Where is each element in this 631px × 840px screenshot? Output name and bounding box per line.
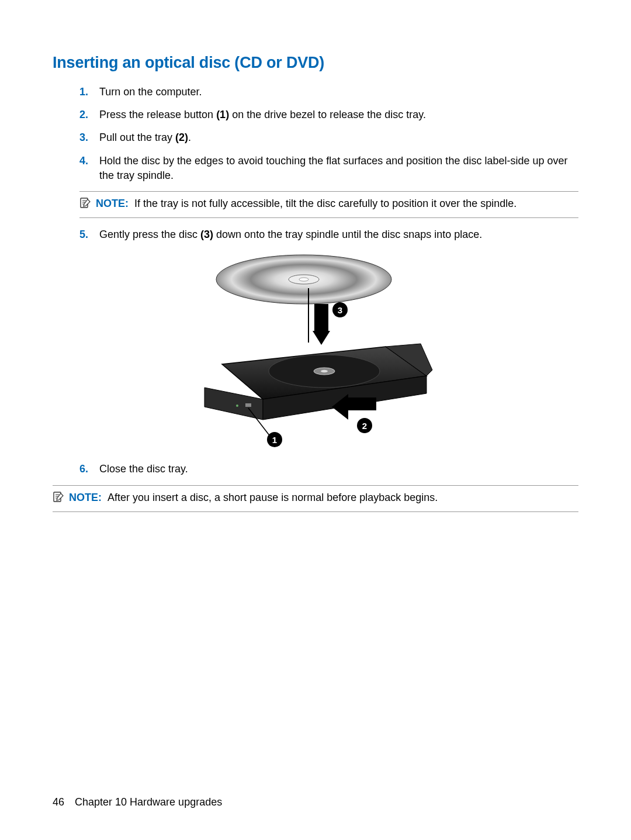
optical-drive-illustration: 3 2 1 bbox=[53, 250, 578, 449]
disc-icon bbox=[216, 255, 391, 304]
note-block-2: NOTE:After you insert a disc, a short pa… bbox=[53, 485, 578, 512]
step-text: Hold the disc by the edges to avoid touc… bbox=[99, 154, 578, 183]
step-number: 4. bbox=[79, 154, 99, 168]
text: down onto the tray spindle until the dis… bbox=[213, 229, 482, 240]
section-heading: Inserting an optical disc (CD or DVD) bbox=[53, 54, 578, 72]
callout-2: 2 bbox=[357, 418, 372, 433]
step-text: Gently press the disc (3) down onto the … bbox=[99, 227, 578, 242]
steps-list-cont: 5. Gently press the disc (3) down onto t… bbox=[53, 227, 578, 242]
text: . bbox=[188, 132, 191, 143]
step-4: 4. Hold the disc by the edges to avoid t… bbox=[79, 154, 578, 183]
step-1: 1. Turn on the computer. bbox=[79, 85, 578, 99]
step-number: 6. bbox=[79, 462, 99, 476]
chapter-label: Chapter 10 Hardware upgrades bbox=[75, 796, 222, 808]
step-text: Press the release button (1) on the driv… bbox=[99, 108, 578, 122]
step-number: 2. bbox=[79, 108, 99, 122]
note-block-1: NOTE:If the tray is not fully accessible… bbox=[79, 191, 578, 218]
text: Gently press the disc bbox=[99, 229, 200, 240]
svg-text:2: 2 bbox=[362, 421, 367, 431]
text: Pull out the tray bbox=[99, 132, 175, 143]
text: on the drive bezel to release the disc t… bbox=[229, 109, 426, 120]
svg-point-3 bbox=[299, 278, 308, 281]
steps-list-cont2: 6. Close the disc tray. bbox=[53, 462, 578, 476]
callout-1: 1 bbox=[267, 432, 282, 447]
document-page: Inserting an optical disc (CD or DVD) 1.… bbox=[0, 0, 631, 840]
step-6: 6. Close the disc tray. bbox=[79, 462, 578, 476]
note-text: After you insert a disc, a short pause i… bbox=[108, 492, 438, 503]
svg-point-7 bbox=[236, 405, 238, 407]
step-text: Pull out the tray (2). bbox=[99, 130, 578, 145]
note-icon bbox=[53, 490, 69, 507]
disc-drive-svg: 3 2 1 bbox=[187, 250, 444, 449]
step-2: 2. Press the release button (1) on the d… bbox=[79, 108, 578, 122]
callout-ref: (2) bbox=[175, 132, 188, 143]
svg-marker-10 bbox=[313, 331, 330, 345]
svg-text:3: 3 bbox=[338, 305, 342, 315]
callout-3: 3 bbox=[332, 302, 348, 317]
step-number: 3. bbox=[79, 130, 99, 145]
note-content: NOTE:If the tray is not fully accessible… bbox=[96, 196, 516, 211]
step-text: Turn on the computer. bbox=[99, 85, 578, 99]
note-label: NOTE: bbox=[96, 198, 129, 209]
release-button-icon bbox=[245, 403, 251, 407]
step-number: 5. bbox=[79, 227, 99, 242]
callout-ref: (1) bbox=[216, 109, 229, 120]
note-label: NOTE: bbox=[69, 492, 102, 503]
step-text: Close the disc tray. bbox=[99, 462, 578, 476]
note-content: NOTE:After you insert a disc, a short pa… bbox=[69, 490, 438, 505]
svg-text:1: 1 bbox=[272, 435, 277, 445]
svg-rect-9 bbox=[314, 304, 328, 331]
step-5: 5. Gently press the disc (3) down onto t… bbox=[79, 227, 578, 242]
step-3: 3. Pull out the tray (2). bbox=[79, 130, 578, 145]
text: Press the release button bbox=[99, 109, 216, 120]
svg-point-6 bbox=[321, 370, 328, 372]
step-number: 1. bbox=[79, 85, 99, 99]
page-number: 46 bbox=[53, 796, 64, 808]
callout-ref: (3) bbox=[200, 229, 213, 240]
note-icon bbox=[79, 196, 96, 213]
svg-rect-13 bbox=[348, 397, 376, 410]
steps-list: 1. Turn on the computer. 2. Press the re… bbox=[53, 85, 578, 183]
page-footer: 46Chapter 10 Hardware upgrades bbox=[53, 796, 222, 808]
drive-body-icon bbox=[204, 344, 432, 420]
note-text: If the tray is not fully accessible, til… bbox=[134, 198, 516, 209]
